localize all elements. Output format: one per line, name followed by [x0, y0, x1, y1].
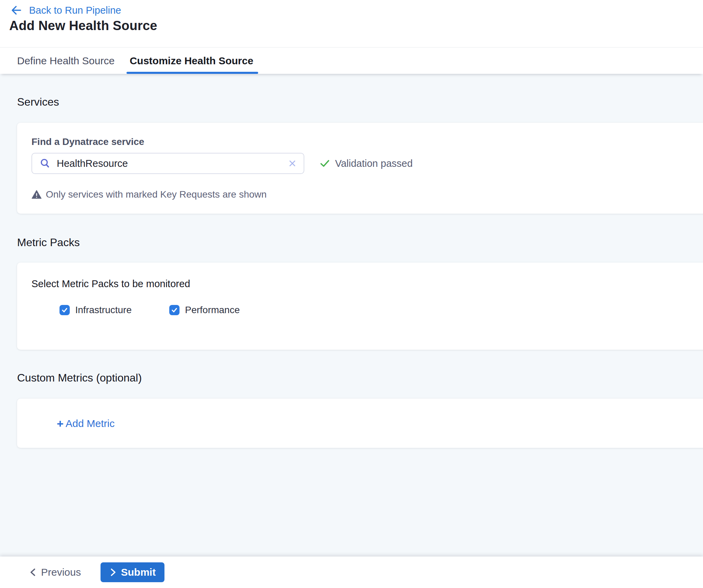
checkbox-checked-icon	[169, 305, 180, 315]
submit-label: Submit	[121, 566, 156, 578]
find-service-label: Find a Dynatrace service	[31, 136, 687, 147]
check-icon	[319, 158, 330, 169]
previous-label: Previous	[41, 566, 81, 578]
add-health-source-page: Back to Run Pipeline Add New Health Sour…	[0, 0, 703, 588]
checkbox-infrastructure[interactable]: Infrastructure	[59, 305, 132, 316]
tab-customize-health-source[interactable]: Customize Health Source	[130, 48, 253, 74]
footer-bar: Previous Submit	[0, 557, 703, 588]
custom-metrics-card: + Add Metric	[17, 399, 703, 448]
warning-icon	[31, 189, 42, 200]
checkbox-label: Performance	[185, 305, 240, 316]
metric-packs-card: Select Metric Packs to be monitored Infr…	[17, 263, 703, 350]
plus-icon: +	[57, 418, 64, 429]
services-warning: Only services with marked Key Requests a…	[31, 189, 687, 200]
previous-button[interactable]: Previous	[29, 566, 81, 578]
add-metric-button[interactable]: + Add Metric	[57, 418, 115, 429]
checkbox-performance[interactable]: Performance	[169, 305, 240, 316]
select-metric-packs-label: Select Metric Packs to be monitored	[31, 278, 687, 290]
services-card: Find a Dynatrace service HealthResource	[17, 123, 703, 214]
validation-text: Validation passed	[335, 158, 413, 169]
chevron-left-icon	[29, 567, 37, 577]
validation-status: Validation passed	[319, 158, 413, 169]
search-input-value: HealthResource	[57, 158, 282, 169]
metric-packs-options: Infrastructure Performance	[59, 305, 687, 316]
checkbox-label: Infrastructure	[75, 305, 132, 316]
submit-button[interactable]: Submit	[101, 562, 165, 582]
add-metric-label: Add Metric	[66, 418, 115, 429]
tab-bar: Define Health Source Customize Health So…	[0, 48, 703, 74]
chevron-right-icon	[109, 567, 117, 577]
custom-metrics-heading: Custom Metrics (optional)	[17, 372, 703, 384]
checkbox-checked-icon	[59, 305, 70, 315]
tab-define-health-source[interactable]: Define Health Source	[17, 48, 115, 74]
search-icon	[40, 158, 51, 169]
page-title: Add New Health Source	[9, 18, 703, 33]
services-heading: Services	[17, 74, 703, 108]
arrow-left-icon[interactable]	[10, 4, 22, 16]
clear-icon[interactable]	[288, 159, 297, 168]
warning-text: Only services with marked Key Requests a…	[46, 189, 267, 200]
page-header: Back to Run Pipeline Add New Health Sour…	[0, 0, 703, 48]
service-input-row: HealthResource Validation passed	[31, 153, 687, 174]
back-link[interactable]: Back to Run Pipeline	[29, 5, 121, 16]
content-area: Services Find a Dynatrace service Health…	[0, 74, 703, 557]
back-row: Back to Run Pipeline	[0, 0, 703, 16]
metric-packs-heading: Metric Packs	[17, 236, 703, 249]
service-search-input[interactable]: HealthResource	[31, 153, 304, 174]
